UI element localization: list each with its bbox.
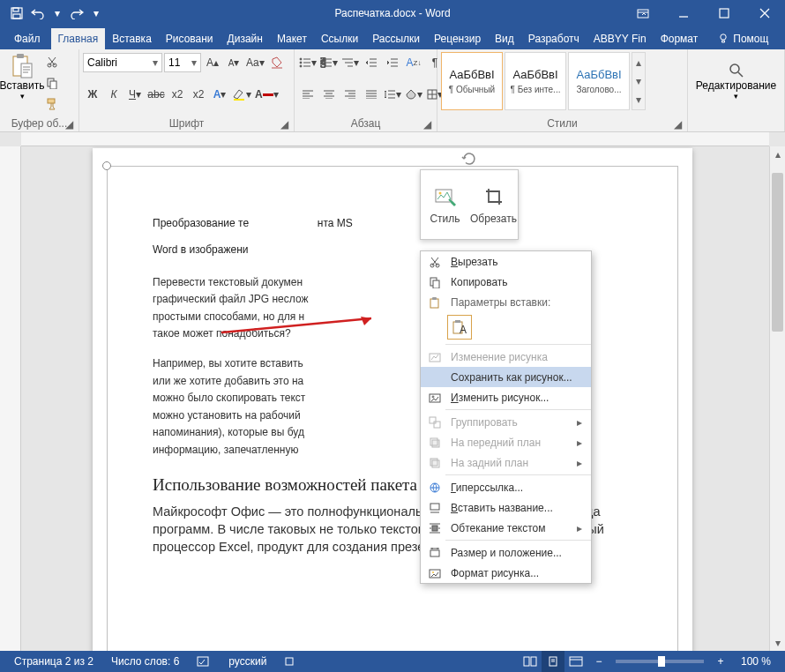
status-macro-icon[interactable] <box>275 656 303 667</box>
vertical-ruler[interactable] <box>0 146 21 651</box>
tab-design[interactable]: Дизайн <box>221 28 270 49</box>
picture-style-button[interactable]: Стиль <box>421 170 469 239</box>
scroll-down-icon[interactable]: ▾ <box>770 635 785 651</box>
horizontal-ruler[interactable] <box>21 132 769 146</box>
tab-references[interactable]: Ссылки <box>314 28 365 49</box>
bullets-icon[interactable]: ▾ <box>298 53 318 72</box>
tab-abbyy[interactable]: ABBYY Fin <box>587 28 654 49</box>
tab-file[interactable]: Файл <box>4 28 51 49</box>
decrease-indent-icon[interactable] <box>362 53 381 72</box>
italic-button[interactable]: К <box>104 85 123 104</box>
maximize-button[interactable] <box>704 0 744 26</box>
scroll-thumb[interactable] <box>772 173 783 332</box>
align-right-icon[interactable] <box>340 85 360 104</box>
style-normal[interactable]: АаБбВвІ¶ Обычный <box>441 52 503 110</box>
ctx-edit-picture[interactable]: Изменить рисунок... <box>421 387 591 407</box>
paste-keep-text-icon[interactable]: A <box>447 315 472 340</box>
rotate-handle-icon[interactable] <box>461 151 477 167</box>
sort-icon[interactable]: AZ↓ <box>404 53 423 72</box>
tell-me[interactable]: Помощ <box>710 28 775 49</box>
copy-icon[interactable] <box>42 73 62 93</box>
multilevel-icon[interactable]: ▾ <box>340 53 360 72</box>
minimize-button[interactable] <box>663 0 704 26</box>
crop-button[interactable]: Обрезать <box>469 170 518 239</box>
save-icon[interactable] <box>7 4 26 23</box>
underline-button[interactable]: Ч▾ <box>125 85 145 104</box>
font-name-combo[interactable]: Calibri▾ <box>83 53 162 72</box>
justify-icon[interactable] <box>362 85 381 104</box>
undo-icon[interactable] <box>28 4 48 23</box>
ctx-copy[interactable]: Копировать <box>421 272 591 292</box>
cut-icon[interactable] <box>42 52 62 71</box>
zoom-slider[interactable] <box>616 660 704 663</box>
status-spellcheck[interactable] <box>188 655 220 668</box>
para-launcher[interactable]: ◢ <box>421 118 433 131</box>
strike-button[interactable]: abc <box>146 85 166 104</box>
shading-icon[interactable]: ▾ <box>404 85 423 104</box>
tab-developer[interactable]: Разработч <box>521 28 587 49</box>
text-effects-icon[interactable]: A▾ <box>210 85 229 104</box>
font-color-icon[interactable]: A▾ <box>254 85 280 104</box>
style-heading1[interactable]: АаБбВвІЗаголово... <box>568 52 630 110</box>
tab-home[interactable]: Главная <box>51 28 106 49</box>
view-web-icon[interactable] <box>564 651 587 672</box>
tab-format[interactable]: Формат <box>654 28 706 49</box>
close-button[interactable] <box>744 0 785 26</box>
ribbon-options-icon[interactable] <box>623 0 663 26</box>
clipboard-launcher[interactable]: ◢ <box>63 118 75 131</box>
page[interactable]: Преобразование техххххххххххххнта MSWord… <box>93 148 692 651</box>
format-painter-icon[interactable] <box>42 94 62 114</box>
zoom-out-button[interactable]: − <box>587 651 610 672</box>
resize-handle-icon[interactable] <box>102 161 111 170</box>
ctx-wrap[interactable]: Обтекание текстом▸ <box>421 518 591 538</box>
tab-insert[interactable]: Вставка <box>105 28 159 49</box>
ctx-hyperlink[interactable]: Гиперссылка... <box>421 477 591 497</box>
group-editing: Редактирование ▾ <box>688 49 785 131</box>
tab-draw[interactable]: Рисовани <box>159 28 221 49</box>
font-size-combo[interactable]: 11▾ <box>164 53 201 72</box>
font-launcher[interactable]: ◢ <box>278 118 290 131</box>
change-case-icon[interactable]: Aa▾ <box>245 53 265 72</box>
align-left-icon[interactable] <box>298 85 318 104</box>
grow-font-icon[interactable]: A▴ <box>203 53 222 72</box>
view-read-icon[interactable] <box>519 651 542 672</box>
status-wordcount[interactable]: Число слов: 6 <box>102 655 188 668</box>
tab-mailings[interactable]: Рассылки <box>365 28 427 49</box>
svg-point-8 <box>721 34 726 40</box>
tab-view[interactable]: Вид <box>488 28 521 49</box>
vertical-scrollbar[interactable]: ▴ ▾ <box>769 146 785 651</box>
clear-format-icon[interactable] <box>267 53 287 72</box>
styles-launcher[interactable]: ◢ <box>671 118 684 131</box>
status-language[interactable]: русский <box>220 655 275 668</box>
style-nospacing[interactable]: АаБбВвІ¶ Без инте... <box>505 52 566 110</box>
ctx-send-back: На задний план▸ <box>421 452 591 473</box>
styles-gallery-more[interactable]: ▴▾▾ <box>632 52 646 110</box>
ctx-size-position[interactable]: Размер и положение... <box>421 542 591 563</box>
view-print-icon[interactable] <box>542 651 564 672</box>
ctx-caption[interactable]: Вставить название... <box>421 497 591 518</box>
zoom-in-button[interactable]: + <box>709 651 732 672</box>
superscript-button[interactable]: x2 <box>189 85 208 104</box>
shrink-font-icon[interactable]: A▾ <box>224 53 243 72</box>
tab-review[interactable]: Рецензир <box>427 28 488 49</box>
numbering-icon[interactable]: 123▾ <box>319 53 339 72</box>
align-center-icon[interactable] <box>319 85 339 104</box>
qat-customize[interactable]: ▾ <box>88 4 104 23</box>
scroll-up-icon[interactable]: ▴ <box>770 146 785 162</box>
redo-icon[interactable] <box>67 4 86 23</box>
wrap-text-icon <box>426 519 444 537</box>
ctx-format-picture[interactable]: Формат рисунка... <box>421 563 591 583</box>
bold-button[interactable]: Ж <box>83 85 102 104</box>
ctx-save-as-picture[interactable]: Сохранить как рисунок... <box>421 367 591 387</box>
subscript-button[interactable]: x2 <box>168 85 187 104</box>
status-page[interactable]: Страница 2 из 2 <box>5 655 102 668</box>
ctx-cut[interactable]: Вырезать <box>421 251 591 272</box>
paste-button[interactable]: Вставить▾ <box>4 52 41 101</box>
zoom-level[interactable]: 100 % <box>732 655 780 668</box>
undo-dropdown[interactable]: ▾ <box>49 4 65 23</box>
editing-button[interactable]: Редактирование ▾ <box>692 52 781 110</box>
tab-layout[interactable]: Макет <box>270 28 314 49</box>
line-spacing-icon[interactable]: ▾ <box>383 85 402 104</box>
highlight-icon[interactable]: ▾ <box>231 85 252 104</box>
increase-indent-icon[interactable] <box>383 53 402 72</box>
